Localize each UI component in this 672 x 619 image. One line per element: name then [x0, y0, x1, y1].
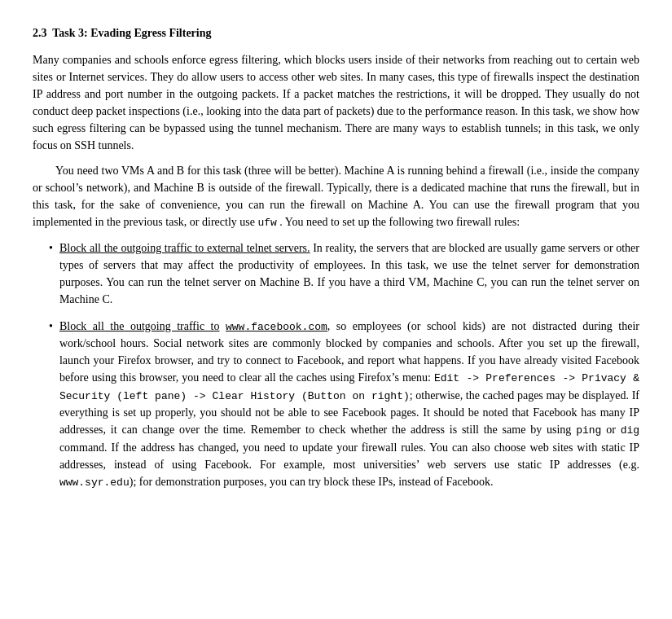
ufw-inline-code: ufw — [257, 217, 276, 229]
section-title: Task 3: Evading Egress Filtering — [52, 27, 211, 39]
paragraph-2: You need two VMs A and B for this task (… — [33, 162, 639, 231]
list-item-2: • Block all the outgoing traffic to www.… — [49, 318, 639, 491]
bullet2-underline: Block all the outgoing traffic to — [59, 320, 220, 332]
bullet-content-2: Block all the outgoing traffic to www.fa… — [59, 318, 639, 491]
paragraph-1: Many companies and schools enforce egres… — [33, 51, 639, 154]
bullet2-code1: www.facebook.com — [226, 321, 327, 333]
bullet2-code5: www.syr.edu — [59, 476, 130, 489]
bullet-symbol-2: • — [49, 318, 53, 335]
bullet-content-1: Block all the outgoing traffic to extern… — [59, 239, 639, 308]
list-item-1: • Block all the outgoing traffic to exte… — [49, 239, 639, 308]
bullet2-code4: dig — [621, 424, 639, 437]
bullet-symbol-1: • — [49, 239, 53, 257]
section-number: 2.3 — [33, 27, 47, 39]
bullet1-underline: Block all the outgoing traffic to extern… — [59, 242, 310, 254]
section-container: 2.3 Task 3: Evading Egress Filtering Man… — [33, 24, 639, 490]
section-header: 2.3 Task 3: Evading Egress Filtering — [33, 24, 639, 42]
bullet-list: • Block all the outgoing traffic to exte… — [33, 239, 639, 491]
bullet2-code3: ping — [576, 424, 601, 437]
